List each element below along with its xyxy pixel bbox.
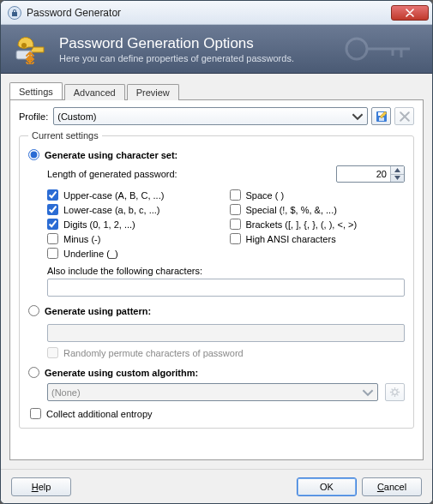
check-entropy[interactable] — [30, 408, 41, 419]
svg-point-6 — [393, 390, 398, 395]
check-uppercase[interactable] — [47, 189, 58, 201]
banner-title: Password Generation Options — [59, 35, 294, 52]
key-watermark-icon — [341, 30, 418, 69]
algorithm-value: (None) — [51, 387, 81, 398]
radio-charset[interactable] — [28, 149, 39, 160]
tab-advanced[interactable]: Advanced — [64, 84, 125, 100]
dialog-body: Settings Advanced Preview Profile: (Cust… — [1, 74, 432, 469]
profile-label: Profile: — [19, 111, 48, 122]
save-icon — [376, 111, 388, 123]
banner-subtitle: Here you can define properties of genera… — [59, 53, 294, 63]
chevron-down-icon — [362, 387, 374, 399]
window-title: Password Generator — [27, 7, 391, 19]
check-lowercase-label: Lower-case (a, b, c, ...) — [63, 205, 159, 215]
tab-panel-settings: Profile: (Custom) — [9, 99, 424, 460]
svg-point-0 — [346, 39, 367, 59]
length-label: Length of generated password: — [47, 169, 177, 179]
ok-button[interactable]: OK — [297, 477, 357, 496]
radio-algorithm-label: Generate using custom algorithm: — [45, 368, 198, 378]
check-uppercase-label: Upper-case (A, B, C, ...) — [63, 190, 164, 201]
delete-icon — [400, 111, 410, 122]
length-input[interactable] — [337, 166, 390, 182]
tab-preview[interactable]: Preview — [127, 84, 179, 100]
check-permute — [47, 347, 58, 358]
current-settings-group: Current settings Generate using characte… — [19, 130, 414, 429]
radio-pattern-label: Generate using pattern: — [45, 306, 151, 316]
tab-settings[interactable]: Settings — [9, 82, 63, 99]
cancel-button[interactable]: Cancel — [362, 477, 422, 496]
check-minus[interactable] — [47, 233, 58, 244]
check-highansi-label: High ANSI characters — [246, 234, 336, 244]
profile-select[interactable]: (Custom) — [53, 107, 368, 125]
algorithm-select: (None) — [47, 383, 378, 401]
radio-algorithm[interactable] — [28, 367, 39, 378]
titlebar: Password Generator — [1, 1, 432, 25]
lock-icon — [8, 6, 21, 20]
check-entropy-label: Collect additional entropy — [46, 409, 153, 419]
close-button[interactable] — [391, 5, 429, 21]
check-special-label: Special (!, $, %, &, ...) — [246, 205, 337, 215]
check-minus-label: Minus (-) — [63, 234, 100, 244]
check-brackets-label: Brackets ([, ], {, }, (, ), <, >) — [246, 219, 358, 230]
check-permute-label: Randomly permute characters of password — [63, 348, 244, 358]
dialog-window: Password Generator Password Generation O… — [0, 0, 433, 504]
gear-icon — [389, 387, 400, 398]
check-digits-label: Digits (0, 1, 2, ...) — [63, 219, 135, 230]
check-underline[interactable] — [47, 248, 58, 259]
help-button[interactable]: Help — [11, 477, 71, 496]
length-spinner[interactable] — [336, 165, 405, 183]
dialog-footer: Help OK Cancel — [1, 469, 432, 503]
also-include-label: Also include the following characters: — [47, 266, 405, 276]
check-highansi[interactable] — [230, 233, 241, 244]
svg-point-1 — [21, 43, 27, 48]
also-include-input[interactable] — [47, 279, 405, 297]
check-lowercase[interactable] — [47, 204, 58, 215]
check-brackets[interactable] — [230, 219, 241, 230]
radio-charset-label: Generate using character set: — [45, 150, 177, 160]
profile-delete-button[interactable] — [394, 107, 414, 125]
group-legend: Current settings — [28, 130, 102, 141]
algorithm-settings-button — [385, 383, 405, 401]
profile-save-button[interactable] — [371, 107, 391, 125]
banner: Password Generation Options Here you can… — [1, 25, 432, 74]
check-space[interactable] — [230, 189, 241, 201]
pattern-input — [47, 324, 405, 342]
chevron-down-icon — [352, 111, 364, 123]
key-icon — [13, 33, 51, 64]
length-up[interactable] — [391, 166, 404, 175]
length-down[interactable] — [391, 175, 404, 183]
check-digits[interactable] — [47, 219, 58, 230]
close-icon — [406, 9, 414, 17]
profile-value: (Custom) — [57, 111, 96, 122]
tab-strip: Settings Advanced Preview — [9, 81, 424, 99]
check-space-label: Space ( ) — [246, 190, 285, 201]
radio-pattern[interactable] — [28, 305, 39, 316]
check-special[interactable] — [230, 204, 241, 215]
check-underline-label: Underline (_) — [63, 249, 118, 259]
